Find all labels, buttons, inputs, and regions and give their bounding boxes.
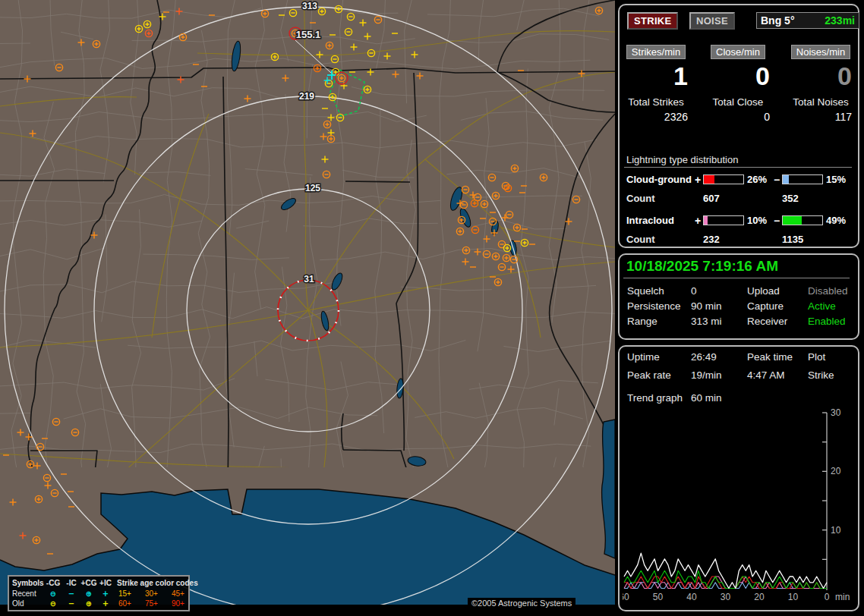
cg-minus-count: 352 bbox=[782, 193, 799, 204]
plot-label[interactable]: Plot bbox=[808, 351, 825, 363]
trend-x-tick-label: 50 bbox=[653, 592, 664, 602]
age-60-label: 60+ bbox=[118, 599, 141, 608]
trend-x-tick-label: 10 bbox=[788, 592, 799, 602]
total-close-label: Total Close bbox=[706, 96, 770, 108]
trend-window-value[interactable]: 60 min bbox=[691, 392, 722, 404]
age-30-label: 30+ bbox=[145, 589, 168, 599]
noises-counter-column: Noises/min 0 Total Noises 117 bbox=[790, 45, 852, 123]
ic-minus-pct: 49% bbox=[826, 215, 846, 226]
legend-ic-minus-header: -IC bbox=[64, 578, 79, 588]
legend-old-label: Old bbox=[12, 599, 24, 608]
bearing-label: Bng 5° bbox=[761, 14, 795, 27]
trend-x-tick-label: 0 bbox=[825, 592, 830, 602]
minus-sign: − bbox=[774, 174, 780, 186]
trend-x-tick-label: 30 bbox=[721, 592, 731, 602]
old-cg-minus-icon: ⊖ bbox=[45, 599, 61, 608]
trend-x-tick-label: 40 bbox=[686, 592, 697, 602]
distribution-title: Lightning type distribution bbox=[626, 154, 738, 165]
total-close-value: 0 bbox=[706, 111, 770, 123]
plus-sign: + bbox=[695, 215, 701, 227]
legend-cg-minus-header: -CG bbox=[45, 578, 61, 588]
total-noises-value: 117 bbox=[790, 111, 852, 123]
age-90-label: 90+ bbox=[172, 599, 194, 608]
nexstorm-app: 31125219313155.1 Symbols -CG -IC +CG +IC… bbox=[0, 0, 864, 616]
range-value: 233mi bbox=[825, 13, 855, 28]
legend-old-row: Old ⊖ − ⊕ + 60+ 75+ 90+ bbox=[9, 599, 188, 608]
cg-plus-count: 607 bbox=[703, 193, 720, 204]
total-noises-label: Total Noises bbox=[790, 96, 852, 108]
noises-per-min-label: Noises/min bbox=[791, 45, 850, 59]
recent-ic-minus-icon: − bbox=[64, 589, 79, 599]
upload-status: Disabled bbox=[808, 285, 848, 297]
peak-time-label: Peak time bbox=[747, 351, 793, 363]
datetime-divider bbox=[623, 278, 850, 278]
trend-x-tick-label: 60 bbox=[623, 592, 629, 602]
total-strikes-label: Total Strikes bbox=[624, 96, 688, 108]
cloud-ground-row: Cloud-ground + 26% − 15% bbox=[620, 174, 858, 184]
cloud-ground-label: Cloud-ground bbox=[626, 174, 692, 185]
total-strikes-value: 2326 bbox=[624, 111, 688, 123]
datetime-display: 10/18/2025 7:19:16 AM bbox=[626, 258, 778, 275]
noise-button[interactable]: NOISE bbox=[689, 12, 735, 30]
cg-plus-bar bbox=[703, 174, 744, 184]
trend-y-tick-label: 30 bbox=[831, 407, 841, 418]
trend-panel: Uptime 26:49 Peak time Plot Peak rate 19… bbox=[618, 345, 859, 611]
recent-ic-plus-icon: + bbox=[99, 589, 112, 599]
peak-time-value: 4:47 AM bbox=[747, 369, 785, 381]
persistence-value: 90 min bbox=[691, 300, 722, 312]
strikes-counter-column: Strikes/min 1 Total Strikes 2326 bbox=[624, 45, 688, 123]
peak-rate-label: Peak rate bbox=[627, 369, 671, 381]
map-legend: Symbols -CG -IC +CG +IC Strike age color… bbox=[8, 575, 190, 611]
trend-x-tick-label: 20 bbox=[754, 592, 765, 602]
cg-minus-pct: 15% bbox=[826, 174, 846, 185]
trend-series-ic-minus bbox=[624, 570, 827, 588]
age-45-label: 45+ bbox=[172, 589, 194, 599]
age-15-label: 15+ bbox=[118, 589, 141, 599]
close-counter-column: Close/min 0 Total Close 0 bbox=[706, 45, 770, 123]
trend-y-tick-label: 20 bbox=[831, 466, 841, 476]
strikes-per-min-label: Strikes/min bbox=[626, 45, 686, 59]
capture-label: Capture bbox=[747, 300, 784, 312]
strike-button[interactable]: STRIKE bbox=[627, 12, 678, 30]
trend-graph-label: Trend graph bbox=[627, 392, 683, 404]
age-75-label: 75+ bbox=[145, 599, 168, 608]
cg-plus-pct: 26% bbox=[747, 174, 767, 185]
ring-label-31: 31 bbox=[304, 274, 314, 284]
legend-recent-label: Recent bbox=[12, 589, 36, 599]
trend-x-unit: min bbox=[835, 592, 850, 602]
close-per-min-label: Close/min bbox=[711, 45, 765, 59]
old-ic-plus-icon: + bbox=[99, 599, 112, 608]
legend-recent-row: Recent ⊖ − ⊕ + 15+ 30+ 45+ bbox=[9, 589, 188, 599]
plus-sign: + bbox=[695, 174, 701, 186]
count-label: Count bbox=[626, 193, 655, 204]
range-label: Range bbox=[627, 316, 657, 327]
strikes-per-min-value: 1 bbox=[624, 61, 688, 91]
ring-label-313: 313 bbox=[302, 1, 317, 11]
intracloud-label: Intracloud bbox=[626, 215, 674, 226]
strike-counters-panel: STRIKE NOISE Bng 5°233mi Strikes/min 1 T… bbox=[618, 4, 859, 248]
cg-minus-bar bbox=[782, 174, 823, 184]
trend-graph: 3020106050403020100min bbox=[623, 406, 856, 608]
distribution-divider bbox=[624, 167, 852, 168]
legend-header-row: Symbols -CG -IC +CG +IC Strike age color… bbox=[9, 578, 188, 588]
map-canvas[interactable]: 31125219313155.1 bbox=[0, 0, 615, 605]
intracloud-row: Intracloud + 10% − 49% bbox=[620, 215, 858, 225]
count-label: Count bbox=[626, 234, 655, 245]
lightning-map[interactable]: 31125219313155.1 Symbols -CG -IC +CG +IC… bbox=[0, 0, 615, 605]
bearing-range-readout: Bng 5°233mi bbox=[756, 12, 859, 29]
legend-age-title: Strike age color codes bbox=[117, 578, 198, 588]
ic-minus-count: 1135 bbox=[782, 234, 803, 245]
close-per-min-value: 0 bbox=[706, 61, 770, 91]
noises-per-min-value: 0 bbox=[790, 61, 852, 91]
ic-plus-count: 232 bbox=[703, 234, 720, 245]
ring-label-125: 125 bbox=[305, 183, 320, 193]
copyright-text: ©2005 Astrogenic Systems bbox=[468, 598, 575, 609]
legend-ic-plus-header: +IC bbox=[99, 578, 112, 588]
trend-y-tick-label: 10 bbox=[831, 525, 841, 536]
minus-sign: − bbox=[774, 215, 780, 227]
plot-mode-value[interactable]: Strike bbox=[808, 369, 834, 381]
persistence-label: Persistence bbox=[627, 300, 681, 312]
legend-cg-plus-header: +CG bbox=[80, 578, 98, 588]
recent-cg-plus-icon: ⊕ bbox=[80, 589, 98, 599]
squelch-value: 0 bbox=[691, 285, 697, 297]
